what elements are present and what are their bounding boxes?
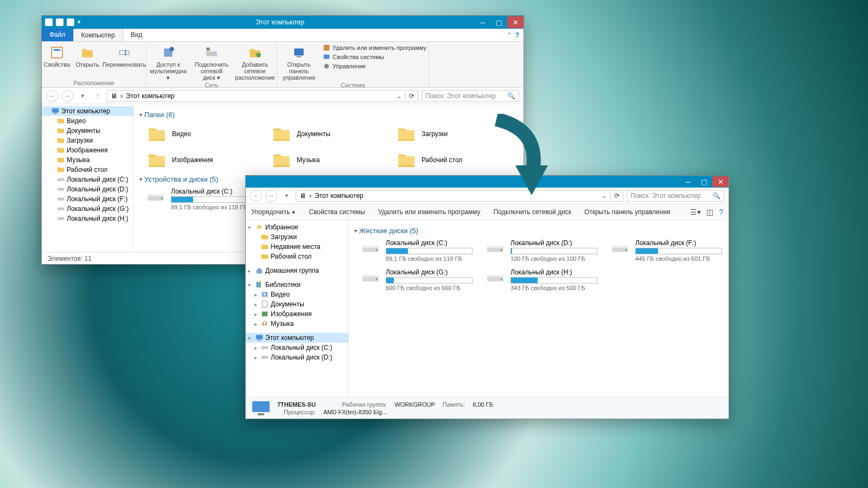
folder-icon — [397, 150, 416, 170]
tree-item[interactable]: ▸Документы — [246, 299, 348, 309]
view-options-icon[interactable]: ☰▾ — [690, 208, 701, 216]
ribbon-control-panel[interactable]: Открыть панель управления — [277, 43, 321, 81]
back-button[interactable]: ← — [250, 190, 262, 202]
tree-item[interactable]: Локальный диск (G:) — [42, 204, 133, 214]
folder-item[interactable]: Рабочий стол — [394, 148, 508, 172]
cmd-system-properties[interactable]: Свойства системы — [309, 208, 365, 216]
tree-item[interactable]: ▾Избранное — [246, 222, 348, 232]
breadcrumb-sep: › — [120, 92, 123, 100]
refresh-button[interactable]: ⟳ — [405, 92, 414, 100]
tree-item[interactable]: ▸Домашняя группа — [246, 266, 348, 275]
recent-locations-icon[interactable]: ▾ — [280, 190, 292, 202]
titlebar[interactable]: ─ ▢ ✕ — [246, 176, 729, 188]
drive-item[interactable]: Локальный диск (H:)343 ГБ свободно из 50… — [484, 267, 598, 292]
ribbon-system-properties[interactable]: Свойства системы — [323, 53, 426, 61]
folder-icon — [147, 150, 167, 170]
ribbon-map-drive[interactable]: Подключить сетевой диск ▾ — [190, 43, 233, 81]
nav-tree[interactable]: ▾ИзбранноеЗагрузкиНедавние местаРабочий … — [246, 220, 349, 397]
section-folders[interactable]: ▾Папки (6) — [139, 111, 518, 119]
ribbon-manage[interactable]: Управление — [323, 62, 426, 70]
recent-locations-icon[interactable]: ▾ — [76, 90, 88, 102]
cmd-map-drive[interactable]: Подключить сетевой диск — [494, 208, 571, 216]
refresh-button[interactable]: ⟳ — [610, 192, 620, 200]
section-drives[interactable]: ▾Жесткие диски (5) — [354, 227, 723, 235]
tree-item[interactable]: Этот компьютер — [42, 106, 133, 116]
drive-item[interactable]: Локальный диск (G:)600 ГБ свободно из 66… — [360, 267, 474, 292]
tree-item[interactable]: Локальный диск (D:) — [42, 184, 133, 194]
fold-icon — [261, 253, 269, 260]
tree-item[interactable]: Локальный диск (H:) — [42, 214, 133, 223]
dropdown-icon[interactable]: ⌄ — [397, 92, 402, 100]
forward-button[interactable]: → — [265, 190, 277, 202]
address-bar[interactable]: 🖥 › Этот компьютер ⌄ ⟳ — [107, 90, 418, 102]
maximize-button[interactable]: ▢ — [696, 176, 712, 187]
quick-access-icons[interactable]: ▾ — [42, 18, 85, 26]
ribbon-properties[interactable]: Свойства — [42, 43, 72, 68]
breadcrumb[interactable]: Этот компьютер — [126, 92, 175, 100]
organize-menu[interactable]: Упорядочить▼ — [251, 208, 296, 216]
search-input[interactable]: Поиск: Этот компьютер 🔍 — [422, 90, 519, 102]
svg-rect-32 — [256, 335, 263, 339]
ribbon-media-access[interactable]: Доступ к мультимедиа ▾ — [146, 43, 190, 81]
dropdown-icon[interactable]: ⌄ — [602, 192, 607, 200]
svg-point-7 — [206, 47, 210, 51]
help-icon[interactable]: ? — [719, 208, 723, 216]
folder-item[interactable]: Музыка — [270, 148, 384, 172]
minimize-button[interactable]: ─ — [680, 176, 696, 187]
tree-item[interactable]: Недавние места — [246, 242, 348, 252]
tree-item[interactable]: ▸Музыка — [246, 319, 348, 329]
help-icon[interactable]: ? — [515, 31, 519, 39]
tree-item[interactable]: Рабочий стол — [246, 252, 348, 261]
svg-point-13 — [324, 64, 329, 69]
preview-pane-icon[interactable]: ◫ — [706, 208, 713, 216]
close-button[interactable]: ✕ — [507, 16, 524, 28]
tree-item[interactable]: Локальный диск (F:) — [42, 194, 133, 204]
folder-item[interactable]: Изображения — [145, 148, 259, 172]
ribbon-uninstall-program[interactable]: Удалить или изменить программу — [323, 44, 426, 52]
tree-item[interactable]: Документы — [42, 126, 133, 136]
folder-item[interactable]: Загрузки — [394, 122, 508, 146]
back-button[interactable]: ← — [46, 90, 58, 102]
ribbon-add-network[interactable]: Добавить сетевое расположение — [233, 43, 277, 81]
tree-item[interactable]: Загрузки — [42, 136, 133, 145]
tab-view[interactable]: Вид — [123, 29, 150, 41]
tree-item[interactable]: Музыка — [42, 155, 133, 165]
nav-tree[interactable]: Этот компьютерВидеоДокументыЗагрузкиИзоб… — [42, 104, 134, 252]
tab-computer[interactable]: Компьютер — [73, 29, 123, 41]
tree-item[interactable]: Изображения — [42, 145, 133, 155]
breadcrumb[interactable]: Этот компьютер — [315, 192, 363, 200]
tree-item[interactable]: ▸Локальный диск (C:) — [246, 343, 348, 352]
tree-item[interactable]: ▾Этот компьютер — [246, 333, 348, 343]
folder-item[interactable]: Видео — [145, 122, 259, 146]
search-icon[interactable]: 🔍 — [712, 192, 720, 200]
tree-item[interactable]: ▸Локальный диск (D:) — [246, 352, 348, 362]
tree-item[interactable]: Видео — [42, 116, 133, 126]
ribbon-open[interactable]: Открыть — [72, 43, 103, 68]
ribbon-collapse-icon[interactable]: ⌃ — [507, 31, 512, 39]
cmd-control-panel[interactable]: Открыть панель управления — [584, 208, 671, 216]
tree-item[interactable]: ▸Изображения — [246, 309, 348, 319]
tree-item[interactable]: Рабочий стол — [42, 165, 133, 175]
folder-item[interactable]: Документы — [270, 122, 384, 146]
close-button[interactable]: ✕ — [712, 176, 729, 187]
drive-item[interactable]: Локальный диск (C:)89,1 ГБ свободно из 1… — [360, 238, 474, 263]
ribbon-rename[interactable]: Переименовать — [103, 43, 146, 68]
tree-item[interactable]: ▾Библиотеки — [246, 280, 348, 290]
search-icon[interactable]: 🔍 — [507, 92, 515, 100]
tree-item[interactable]: Локальный диск (C:) — [42, 175, 133, 184]
minimize-button[interactable]: ─ — [475, 16, 491, 28]
address-bar[interactable]: 🖥 › Этот компьютер ⌄ ⟳ — [296, 190, 623, 202]
forward-button[interactable]: → — [61, 90, 73, 102]
drive-item[interactable]: Локальный диск (D:)100 ГБ свободно из 10… — [484, 238, 598, 263]
titlebar[interactable]: ▾ Этот компьютер ─ ▢ ✕ — [42, 16, 524, 29]
tree-item[interactable]: Загрузки — [246, 232, 348, 242]
search-input[interactable]: Поиск: Этот компьютер 🔍 — [627, 190, 724, 202]
tab-file[interactable]: Файл — [42, 29, 73, 41]
drive-item[interactable]: Локальный диск (F:)445 ГБ свободно из 60… — [609, 238, 723, 263]
content-pane[interactable]: ▾Жесткие диски (5) Локальный диск (C:)89… — [349, 220, 729, 397]
drive-item[interactable]: Локальный диск (C:)89,1 ГБ свободно из 1… — [145, 187, 259, 211]
up-button[interactable]: ↑ — [92, 90, 104, 102]
maximize-button[interactable]: ▢ — [491, 16, 507, 28]
cmd-uninstall[interactable]: Удалить или изменить программу — [378, 208, 481, 216]
tree-item[interactable]: ▸Видео — [246, 290, 348, 299]
